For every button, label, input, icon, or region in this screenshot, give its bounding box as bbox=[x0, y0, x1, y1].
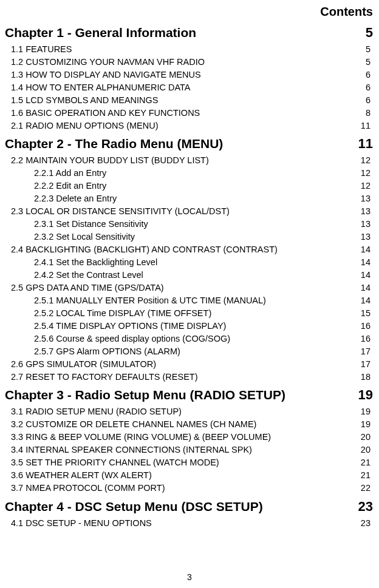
toc-entry-label: 2.4.1 Set the Backlighting Level bbox=[34, 256, 355, 269]
toc-entry: 3.3 RING & BEEP VOLUME (RING VOLUME) & (… bbox=[5, 431, 374, 444]
toc-subentry: 2.2.1 Add an Entry12 bbox=[5, 167, 374, 180]
toc-entry-page: 23 bbox=[355, 517, 370, 530]
toc-subentry: 2.5.1 MANUALLY ENTER Position & UTC TIME… bbox=[5, 294, 374, 307]
toc-entry-label: 2.2.2 Edit an Entry bbox=[34, 180, 355, 192]
toc-entry-page: 5 bbox=[355, 56, 370, 69]
toc-subentry: 2.5.7 GPS Alarm OPTIONS (ALARM)17 bbox=[5, 345, 374, 358]
toc-subentry: 2.4.2 Set the Contrast Level14 bbox=[5, 269, 374, 282]
toc-entry: 1.6 BASIC OPERATION AND KEY FUNCTIONS8 bbox=[5, 107, 374, 120]
chapter-title: Chapter 3 - Radio Setup Menu (RADIO SETU… bbox=[5, 388, 358, 402]
toc-subentry: 2.5.2 LOCAL Time DISPLAY (TIME OFFSET)15 bbox=[5, 307, 374, 320]
toc-entry: 1.5 LCD SYMBOLS AND MEANINGS6 bbox=[5, 94, 374, 107]
toc-entry: 2.2 MAINTAIN YOUR BUDDY LIST (BUDDY LIST… bbox=[5, 154, 374, 167]
toc-entry-label: 4.1 DSC SETUP - MENU OPTIONS bbox=[11, 517, 355, 530]
toc-entry: 1.2 CUSTOMIZING YOUR NAVMAN VHF RADIO5 bbox=[5, 56, 374, 69]
toc-entry-page: 6 bbox=[355, 69, 370, 81]
toc-entry-page: 13 bbox=[355, 218, 370, 231]
chapter-heading: Chapter 1 - General Information5 bbox=[5, 25, 374, 41]
toc-entry-label: 2.6 GPS SIMULATOR (SIMULATOR) bbox=[11, 358, 355, 371]
toc-entry-label: 3.6 WEATHER ALERT (WX ALERT) bbox=[11, 469, 355, 482]
toc-entry-label: 2.5.2 LOCAL Time DISPLAY (TIME OFFSET) bbox=[34, 307, 355, 320]
toc-entry-page: 17 bbox=[355, 358, 370, 371]
chapter-page: 19 bbox=[358, 387, 374, 403]
toc-entry: 1.3 HOW TO DISPLAY AND NAVIGATE MENUS6 bbox=[5, 69, 374, 81]
toc-entry-label: 1.6 BASIC OPERATION AND KEY FUNCTIONS bbox=[11, 107, 355, 120]
toc-entry-label: 3.5 SET THE PRIORITY CHANNEL (WATCH MODE… bbox=[11, 456, 355, 469]
toc-entry-label: 2.3 LOCAL OR DISTANCE SENSITIVITY (LOCAL… bbox=[11, 205, 355, 218]
toc-subentry: 2.4.1 Set the Backlighting Level14 bbox=[5, 256, 374, 269]
toc-entry-page: 22 bbox=[355, 482, 370, 495]
toc-entry-page: 19 bbox=[355, 405, 370, 418]
toc-entry-label: 2.5.4 TIME DISPLAY OPTIONS (TIME DISPLAY… bbox=[34, 320, 355, 333]
toc-entry-page: 15 bbox=[355, 307, 370, 320]
toc-entry-page: 8 bbox=[355, 107, 370, 120]
toc-subentry: 2.3.2 Set Local Sensitivity13 bbox=[5, 231, 374, 243]
toc-entry-page: 12 bbox=[355, 180, 370, 192]
toc-entry: 2.3 LOCAL OR DISTANCE SENSITIVITY (LOCAL… bbox=[5, 205, 374, 218]
toc-entry: 3.2 CUSTOMIZE OR DELETE CHANNEL NAMES (C… bbox=[5, 418, 374, 431]
toc-entry-label: 1.5 LCD SYMBOLS AND MEANINGS bbox=[11, 94, 355, 107]
toc-entry-page: 19 bbox=[355, 418, 370, 431]
toc-entry-page: 14 bbox=[355, 269, 370, 282]
toc-subentry: 2.3.1 Set Distance Sensitivity13 bbox=[5, 218, 374, 231]
chapter-heading: Chapter 4 - DSC Setup Menu (DSC SETUP)23 bbox=[5, 499, 374, 515]
toc-subentry: 2.5.6 Course & speed display options (CO… bbox=[5, 333, 374, 345]
toc-entry-label: 1.3 HOW TO DISPLAY AND NAVIGATE MENUS bbox=[11, 69, 355, 81]
toc-entry-label: 2.3.1 Set Distance Sensitivity bbox=[34, 218, 355, 231]
chapter-title: Chapter 2 - The Radio Menu (MENU) bbox=[5, 137, 358, 151]
toc-entry: 2.1 RADIO MENU OPTIONS (MENU)11 bbox=[5, 120, 374, 132]
chapter-title: Chapter 1 - General Information bbox=[5, 25, 366, 40]
toc-entry: 3.7 NMEA PROTOCOL (COMM PORT)22 bbox=[5, 482, 374, 495]
contents-heading: Contents bbox=[5, 5, 374, 19]
toc-entry-label: 2.2.3 Delete an Entry bbox=[34, 192, 355, 205]
toc-entry: 2.4 BACKLIGHTING (BACKLIGHT) AND CONTRAS… bbox=[5, 243, 374, 256]
toc-entry-page: 6 bbox=[355, 94, 370, 107]
toc-entry-page: 13 bbox=[355, 205, 370, 218]
toc-entry-label: 3.2 CUSTOMIZE OR DELETE CHANNEL NAMES (C… bbox=[11, 418, 355, 431]
toc-entry-label: 2.2 MAINTAIN YOUR BUDDY LIST (BUDDY LIST… bbox=[11, 154, 355, 167]
toc-entry-page: 18 bbox=[355, 371, 370, 384]
toc-entry-page: 14 bbox=[355, 256, 370, 269]
toc-entry-page: 16 bbox=[355, 333, 370, 345]
toc-entry-label: 2.5 GPS DATA AND TIME (GPS/DATA) bbox=[11, 282, 355, 294]
toc-entry: 2.7 RESET TO FACTORY DEFAULTS (RESET)18 bbox=[5, 371, 374, 384]
toc-entry-page: 14 bbox=[355, 282, 370, 294]
toc-entry-page: 20 bbox=[355, 431, 370, 444]
chapter-page: 11 bbox=[358, 136, 374, 152]
toc-entry-label: 1.4 HOW TO ENTER ALPHANUMERIC DATA bbox=[11, 81, 355, 94]
toc-entry-page: 11 bbox=[355, 120, 370, 132]
toc-entry-page: 12 bbox=[355, 167, 370, 180]
toc-entry-page: 12 bbox=[355, 154, 370, 167]
toc-entry-label: 3.1 RADIO SETUP MENU (RADIO SETUP) bbox=[11, 405, 355, 418]
chapter-page: 23 bbox=[358, 499, 374, 515]
toc-entry: 3.5 SET THE PRIORITY CHANNEL (WATCH MODE… bbox=[5, 456, 374, 469]
toc-entry-label: 2.3.2 Set Local Sensitivity bbox=[34, 231, 355, 243]
chapter-title: Chapter 4 - DSC Setup Menu (DSC SETUP) bbox=[5, 499, 358, 514]
toc-entry-label: 3.4 INTERNAL SPEAKER CONNECTIONS (INTERN… bbox=[11, 444, 355, 456]
toc-entry-page: 16 bbox=[355, 320, 370, 333]
toc-subentry: 2.2.2 Edit an Entry12 bbox=[5, 180, 374, 192]
toc-entry-label: 2.5.7 GPS Alarm OPTIONS (ALARM) bbox=[34, 345, 355, 358]
toc-entry-label: 2.7 RESET TO FACTORY DEFAULTS (RESET) bbox=[11, 371, 355, 384]
toc-entry: 1.4 HOW TO ENTER ALPHANUMERIC DATA6 bbox=[5, 81, 374, 94]
page-number: 3 bbox=[0, 572, 379, 582]
toc-entry: 3.4 INTERNAL SPEAKER CONNECTIONS (INTERN… bbox=[5, 444, 374, 456]
toc-entry-label: 3.7 NMEA PROTOCOL (COMM PORT) bbox=[11, 482, 355, 495]
toc-entry-label: 1.1 FEATURES bbox=[11, 43, 355, 56]
toc-entry-label: 2.5.6 Course & speed display options (CO… bbox=[34, 333, 355, 345]
toc-entry-label: 1.2 CUSTOMIZING YOUR NAVMAN VHF RADIO bbox=[11, 56, 355, 69]
toc-entry-page: 14 bbox=[355, 243, 370, 256]
toc-entry: 3.6 WEATHER ALERT (WX ALERT)21 bbox=[5, 469, 374, 482]
toc-entry: 2.5 GPS DATA AND TIME (GPS/DATA)14 bbox=[5, 282, 374, 294]
toc-entry: 2.6 GPS SIMULATOR (SIMULATOR)17 bbox=[5, 358, 374, 371]
toc-entry-label: 2.2.1 Add an Entry bbox=[34, 167, 355, 180]
toc-subentry: 2.5.4 TIME DISPLAY OPTIONS (TIME DISPLAY… bbox=[5, 320, 374, 333]
toc-entry-label: 2.4 BACKLIGHTING (BACKLIGHT) AND CONTRAS… bbox=[11, 243, 355, 256]
toc-entry-page: 6 bbox=[355, 81, 370, 94]
toc-entry-label: 2.5.1 MANUALLY ENTER Position & UTC TIME… bbox=[34, 294, 355, 307]
toc-entry-page: 21 bbox=[355, 469, 370, 482]
toc-entry: 3.1 RADIO SETUP MENU (RADIO SETUP)19 bbox=[5, 405, 374, 418]
toc-entry-page: 17 bbox=[355, 345, 370, 358]
toc-entry: 4.1 DSC SETUP - MENU OPTIONS23 bbox=[5, 517, 374, 530]
toc-entry-page: 13 bbox=[355, 231, 370, 243]
